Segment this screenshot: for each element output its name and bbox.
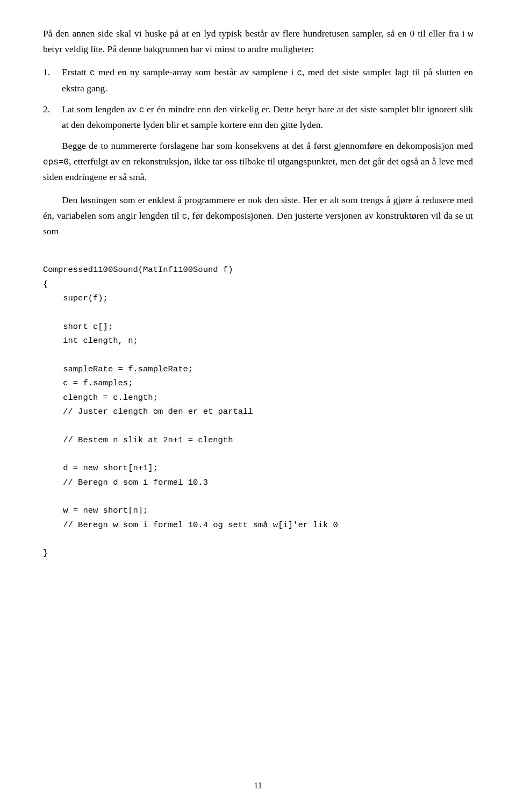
list-number-1: 1. <box>43 64 62 96</box>
inline-code-c2: c <box>297 68 303 78</box>
inline-code-eps: eps=0 <box>43 157 69 167</box>
paragraph-2: Den løsningen som er enklest å programme… <box>43 192 473 239</box>
code-line6: sampleRate = f.sampleRate; <box>43 364 193 374</box>
code-comment2: // Bestem n slik at 2n+1 = clength <box>43 435 233 445</box>
code-comment1: // Juster clength om den er et partall <box>43 407 253 416</box>
inline-code-c4: c <box>182 212 188 221</box>
inline-code-c3: c <box>139 105 145 115</box>
list-content-2: Lat som lengden av c er én mindre enn de… <box>62 102 473 133</box>
code-line7: c = f.samples; <box>43 378 133 388</box>
list-item-2: 2. Lat som lengden av c er én mindre enn… <box>43 102 473 133</box>
code-line1: super(f); <box>43 293 108 303</box>
code-signature: Compressed1100Sound(MatInf1100Sound f) <box>43 265 233 275</box>
list-number-2: 2. <box>43 102 62 133</box>
code-line3: short c[]; <box>43 322 113 332</box>
page-container: På den annen side skal vi huske på at en… <box>0 0 516 812</box>
code-comment4: // Beregn w som i formel 10.4 og sett sm… <box>43 520 338 530</box>
list-content-1: Erstatt c med en ny sample-array som bes… <box>62 64 473 96</box>
inline-code-c1: c <box>90 68 95 78</box>
code-line16: w = new short[n]; <box>43 506 148 515</box>
paragraph-1: Begge de to nummererte forslagene har so… <box>43 138 473 185</box>
page-number: 11 <box>254 781 262 791</box>
list-item-1: 1. Erstatt c med en ny sample-array som … <box>43 64 473 96</box>
inline-code-w: w <box>468 30 473 39</box>
code-block: Compressed1100Sound(MatInf1100Sound f) {… <box>43 249 473 574</box>
code-line13: d = new short[n+1]; <box>43 463 158 473</box>
code-close-brace: } <box>43 548 48 558</box>
code-line4: int clength, n; <box>43 336 138 346</box>
intro-paragraph: På den annen side skal vi huske på at en… <box>43 26 473 57</box>
code-comment3: // Beregn d som i formel 10.3 <box>43 478 208 487</box>
code-line8: clength = c.length; <box>43 393 158 403</box>
code-open-brace: { <box>43 279 48 289</box>
